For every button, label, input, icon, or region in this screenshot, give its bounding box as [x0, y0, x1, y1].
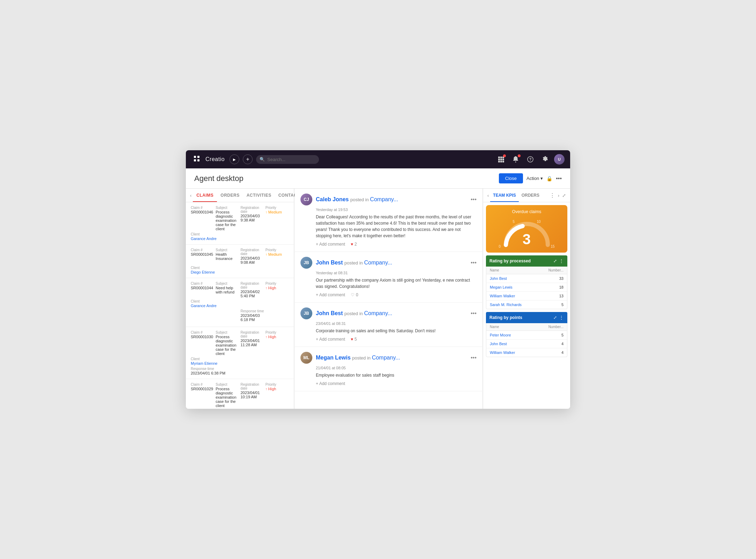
feed-company[interactable]: Company... — [364, 260, 392, 266]
grid-icon[interactable] — [191, 153, 202, 166]
page-header: Agent desktop Close Action ▾ 🔒 ••• — [186, 168, 570, 189]
reg-date-label: Registration date — [241, 248, 264, 256]
user-avatar[interactable]: U — [554, 154, 565, 165]
feed-more-icon[interactable]: ••• — [471, 196, 477, 203]
bell-icon[interactable] — [510, 154, 521, 165]
feed-company[interactable]: Company... — [364, 310, 392, 316]
feed-more-icon[interactable]: ••• — [471, 260, 477, 266]
client-label: Client — [191, 299, 200, 303]
widget-dots-icon[interactable]: ⋮ — [559, 315, 564, 320]
add-comment-button[interactable]: + Add comment — [316, 242, 345, 247]
feed-user-name[interactable]: Caleb Jones — [316, 196, 349, 202]
subject-label: Subject — [216, 282, 239, 285]
add-button[interactable]: + — [243, 154, 253, 164]
more-options-icon[interactable]: ••• — [556, 175, 562, 182]
widget-dots-icon[interactable]: ⋮ — [559, 258, 564, 264]
feed-more-icon[interactable]: ••• — [471, 355, 477, 361]
reg-date-value: 2023/04/02 5:40 PM — [241, 290, 264, 298]
notification-badge — [503, 154, 506, 157]
svg-point-16 — [521, 224, 524, 228]
widget-title-points: Rating by points — [489, 315, 553, 320]
action-button[interactable]: Action ▾ — [526, 176, 543, 181]
right-panel: ‹ TEAM KPIS ORDERS ⋮ › ⤢ Overdue claims — [483, 189, 570, 409]
rating-row: William Walker 13 — [486, 292, 567, 300]
claim-number-value: SR00001029 — [191, 387, 214, 391]
add-comment-button[interactable]: + Add comment — [316, 292, 345, 297]
lock-icon[interactable]: 🔒 — [546, 176, 552, 181]
priority-value: ↑ Medium — [266, 252, 289, 256]
kpi-tab-expand[interactable]: ⤢ — [561, 191, 567, 199]
tab-orders[interactable]: ORDERS — [217, 189, 243, 202]
svg-rect-10 — [498, 161, 500, 162]
feed-company[interactable]: Company... — [372, 355, 400, 361]
add-comment-button[interactable]: + Add comment — [316, 381, 345, 386]
page-title: Agent desktop — [194, 174, 499, 183]
subject-value: Process diagnostic examination case for … — [216, 335, 239, 356]
claim-number-value: SR00001046 — [191, 210, 214, 214]
help-icon[interactable]: ? — [525, 154, 536, 165]
grid-apps-icon[interactable] — [495, 154, 507, 165]
client-name[interactable]: Garance Andre — [191, 304, 217, 308]
like-button[interactable]: ♥ 5 — [351, 337, 357, 342]
priority-label: Priority — [266, 331, 289, 334]
response-label: Response time — [241, 309, 264, 313]
tab-team-kpis[interactable]: TEAM KPIS — [490, 189, 518, 202]
widget-expand-icon[interactable]: ⤢ — [553, 259, 557, 263]
claim-item: Claim # SR00001044 Subject Need help wit… — [186, 278, 294, 327]
feed-user-name[interactable]: John Best — [316, 260, 343, 266]
feed-text: Employee evaluation for sales staff begi… — [316, 372, 477, 378]
kpi-tab-dots[interactable]: ⋮ — [548, 191, 557, 200]
like-button[interactable]: ♡ 0 — [351, 292, 358, 297]
tab-activities[interactable]: ACTIVITIES — [243, 189, 275, 202]
left-tab-bar: ‹ CLAIMS ORDERS ACTIVITIES CONTACTS LEAD… — [186, 189, 294, 202]
widget-header-processed: Rating by processed ⤢ ⋮ — [486, 255, 567, 267]
client-name[interactable]: Garance Andre — [191, 237, 217, 241]
feed-posted-in: posted in — [344, 311, 364, 316]
rating-name[interactable]: John Best — [490, 342, 561, 346]
rating-name[interactable]: William Walker — [490, 350, 561, 355]
rating-num: 13 — [559, 294, 564, 298]
claim-number-label: Claim # — [191, 282, 214, 285]
svg-rect-11 — [500, 161, 502, 162]
tab-claims[interactable]: CLAIMS — [193, 189, 217, 202]
close-button[interactable]: Close — [499, 173, 523, 183]
feed-company[interactable]: Company... — [370, 196, 398, 202]
feed-user-name[interactable]: John Best — [316, 310, 343, 316]
claim-number-label: Claim # — [191, 383, 214, 386]
heart-outline-icon: ♡ — [351, 292, 355, 297]
rating-name[interactable]: Peter Moore — [490, 333, 561, 337]
subject-value: Process diagnostic examination case for … — [216, 387, 239, 408]
client-name[interactable]: Myriam Etienne — [191, 361, 217, 365]
rating-name[interactable]: Sarah M. Richards — [490, 303, 561, 307]
like-button[interactable]: ♥ 2 — [351, 242, 357, 247]
subject-value: Health Insurance — [216, 252, 239, 261]
feed-more-icon[interactable]: ••• — [471, 310, 477, 317]
search-input[interactable] — [256, 155, 319, 164]
chevron-down-icon: ▾ — [540, 176, 543, 181]
kpi-tab-prev[interactable]: ‹ — [486, 190, 490, 201]
priority-label: Priority — [266, 206, 289, 210]
subject-label: Subject — [216, 248, 239, 252]
rating-name[interactable]: Megan Lewis — [490, 285, 559, 289]
rating-row: Sarah M. Richards 5 — [486, 300, 567, 309]
add-comment-button[interactable]: + Add comment — [316, 337, 345, 342]
tab-kpi-orders[interactable]: ORDERS — [519, 189, 542, 202]
rating-name[interactable]: John Best — [490, 276, 559, 281]
feed-user-name[interactable]: Megan Lewis — [316, 355, 351, 361]
rating-num: 4 — [561, 342, 564, 346]
rating-name[interactable]: William Walker — [490, 294, 559, 298]
widget-expand-icon[interactable]: ⤢ — [553, 315, 557, 320]
rating-row: Peter Moore 5 — [486, 331, 567, 340]
rating-num: 33 — [559, 276, 564, 281]
subject-label: Subject — [216, 383, 239, 386]
play-button[interactable]: ▶ — [230, 154, 239, 164]
header-actions: Close Action ▾ 🔒 ••• — [499, 173, 562, 183]
svg-rect-8 — [500, 159, 502, 160]
priority-label: Priority — [266, 383, 289, 386]
subject-value: Need help with refund — [216, 286, 239, 294]
kpi-tab-chevron[interactable]: › — [557, 191, 561, 199]
search-wrapper: 🔍 — [256, 155, 319, 164]
client-name[interactable]: Diego Etienne — [191, 270, 215, 274]
tab-nav-prev[interactable]: ‹ — [189, 190, 193, 201]
settings-icon[interactable] — [539, 154, 551, 165]
